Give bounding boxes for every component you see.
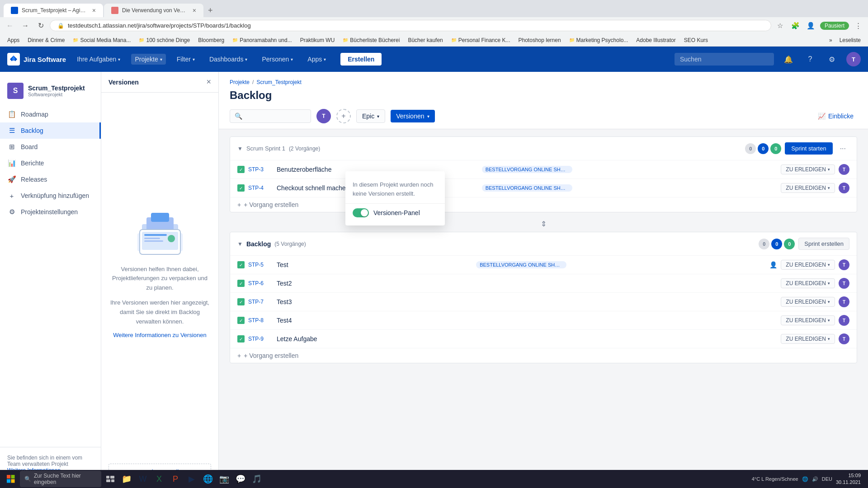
extension-button[interactable]: 🧩 [789, 19, 802, 32]
taskbar-app4[interactable]: 🎵 [250, 472, 264, 486]
taskbar-file-explorer[interactable]: 📁 [119, 472, 134, 486]
help-button[interactable]: ? [803, 52, 817, 66]
bookmark-button[interactable]: ☆ [774, 19, 787, 32]
address-bar[interactable]: 🔒 testdeutsch1.atlassian.net/jira/softwa… [50, 20, 771, 31]
tab-close-1[interactable]: × [92, 7, 96, 14]
user-avatar[interactable]: T [846, 52, 861, 66]
issue-search-input[interactable] [245, 113, 299, 120]
status-button[interactable]: ZU ERLEDIGEN ▾ [781, 315, 835, 325]
taskbar-clock[interactable]: 15:09 30.11.2021 [836, 472, 861, 486]
taskbar-chrome[interactable]: 🌐 [201, 472, 215, 486]
search-input[interactable] [675, 53, 774, 66]
versions-panel-toggle[interactable] [353, 208, 369, 217]
taskbar-app3[interactable]: 💬 [233, 472, 248, 486]
bookmark-dinner[interactable]: Dinner & Crime [24, 36, 68, 44]
sprint-toggle[interactable]: ▼ [237, 145, 243, 152]
bookmark-buecher2[interactable]: Bücher kaufen [404, 36, 446, 44]
bookmark-100[interactable]: 📁 100 schöne Dinge [135, 36, 193, 44]
tab-close-2[interactable]: × [193, 7, 196, 14]
bookmark-bloomberg[interactable]: Bloomberg [194, 36, 228, 44]
taskbar-powerpoint[interactable]: P [168, 472, 183, 486]
status-button[interactable]: ZU ERLEDIGEN ▾ [781, 334, 835, 344]
bookmark-seo[interactable]: SEO Kurs [680, 36, 712, 44]
start-button[interactable] [4, 472, 18, 486]
bookmark-marketing[interactable]: 📁 Marketing Psycholo... [566, 36, 632, 44]
breadcrumb-current[interactable]: Scrum_Testprojekt [256, 79, 301, 85]
new-tab-button[interactable]: + [204, 6, 217, 15]
bookmark-buecher1[interactable]: 📁 Bücherliste Bücherei [339, 36, 403, 44]
sprint-start-button[interactable]: Sprint starten [785, 142, 832, 155]
sidebar-item-berichte[interactable]: 📊 Berichte [0, 155, 101, 171]
issue-key[interactable]: STP-9 [248, 336, 273, 342]
issue-search-box[interactable]: 🔍 [230, 109, 311, 123]
issue-key[interactable]: STP-7 [248, 299, 273, 305]
sidebar-item-projekteinstellungen[interactable]: ⚙ Projekteinstellungen [0, 204, 101, 220]
sidebar-item-board[interactable]: ⊞ Board [0, 139, 101, 155]
einblicke-button[interactable]: 📈 Einblicke [814, 110, 857, 122]
status-button[interactable]: ZU ERLEDIGEN ▾ [781, 183, 835, 193]
bookmark-personal[interactable]: 📁 Personal Finance K... [448, 36, 514, 44]
status-button[interactable]: ZU ERLEDIGEN ▾ [781, 278, 835, 288]
sidebar-item-verknuepfung[interactable]: + Verknüpfung hinzufügen [0, 188, 101, 204]
issue-key[interactable]: STP-8 [248, 317, 273, 324]
status-button[interactable]: ZU ERLEDIGEN ▾ [781, 164, 835, 174]
jira-logo[interactable]: Jira Software [7, 53, 66, 66]
taskbar-app1[interactable]: ▶ [184, 472, 199, 486]
avatar-filter-all[interactable]: + [336, 109, 351, 123]
issue-key[interactable]: STP-6 [248, 280, 273, 286]
nav-apps[interactable]: Apps ▾ [304, 54, 330, 65]
versions-filter-button[interactable]: Versionen ▾ [391, 110, 434, 122]
status-button[interactable]: ZU ERLEDIGEN ▾ [781, 297, 835, 307]
nav-aufgaben[interactable]: Ihre Aufgaben ▾ [73, 54, 124, 65]
taskbar-volume-icon[interactable]: 🔊 [812, 476, 818, 482]
notifications-button[interactable]: 🔔 [781, 52, 796, 66]
taskbar-weather[interactable]: 4°C L Regen/Schnee [752, 476, 798, 482]
sprint-more-button[interactable]: ··· [836, 143, 849, 155]
bookmark-apps[interactable]: Apps [4, 36, 23, 44]
versions-panel-toggle-item[interactable]: Versionen-Panel [345, 204, 445, 222]
reload-button[interactable]: ↻ [34, 19, 47, 32]
taskbar-word[interactable]: W [136, 472, 150, 486]
browser-tab-1[interactable]: Scrum_Testprojekt – Agile-Board... × [4, 4, 103, 17]
pause-button[interactable]: Pausiert [820, 22, 849, 30]
versions-info-link[interactable]: Weitere Informationen zu Versionen [113, 332, 206, 338]
bookmarks-more[interactable]: » [826, 36, 835, 44]
bookmark-illustrator[interactable]: Adobe Illustrator [632, 36, 679, 44]
nav-personen[interactable]: Personen ▾ [258, 54, 297, 65]
bookmark-reading[interactable]: Leseliste [836, 36, 864, 44]
sprint-create-button[interactable]: Sprint erstellen [798, 238, 849, 250]
create-button[interactable]: Erstellen [340, 53, 382, 66]
versions-panel-close-button[interactable]: × [206, 77, 211, 87]
bookmark-photoshop[interactable]: Photoshop lernen [515, 36, 565, 44]
avatar-filter-t[interactable]: T [316, 109, 331, 123]
sidebar-item-roadmap[interactable]: 📋 Roadmap [0, 106, 101, 122]
bookmark-panorama[interactable]: 📁 Panoramabahn und... [229, 36, 295, 44]
browser-tab-2[interactable]: Die Verwendung von Versionen... × [104, 4, 203, 17]
issue-key[interactable]: STP-3 [248, 166, 273, 173]
nav-filter[interactable]: Filter ▾ [173, 54, 198, 65]
section-divider[interactable]: ⇕ [230, 216, 857, 232]
nav-dashboards[interactable]: Dashboards ▾ [206, 54, 251, 65]
backlog-section-toggle[interactable]: ▼ [237, 241, 243, 247]
profile-button[interactable]: 👤 [805, 19, 817, 32]
back-button[interactable]: ← [4, 19, 16, 32]
issue-key[interactable]: STP-4 [248, 185, 273, 191]
menu-button[interactable]: ⋮ [852, 19, 864, 32]
settings-button[interactable]: ⚙ [825, 52, 839, 66]
forward-button[interactable]: → [19, 19, 32, 32]
taskbar-excel[interactable]: X [152, 472, 166, 486]
taskbar-app2[interactable]: 📷 [217, 472, 231, 486]
sidebar-item-backlog[interactable]: ☰ Backlog [0, 122, 101, 139]
bookmark-praktikum[interactable]: Praktikum WU [297, 36, 339, 44]
epic-filter-button[interactable]: Epic ▾ [356, 109, 385, 123]
nav-projekte[interactable]: Projekte ▾ [131, 54, 165, 65]
add-sprint-issue-button[interactable]: + + Vorgang erstellen [230, 197, 857, 212]
status-button[interactable]: ZU ERLEDIGEN ▾ [781, 260, 835, 270]
bookmark-social[interactable]: 📁 Social Media Mana... [69, 36, 134, 44]
sidebar-item-releases[interactable]: 🚀 Releases [0, 171, 101, 188]
taskbar-search[interactable]: 🔍 Zur Suche Text hier eingeben [20, 471, 101, 487]
add-backlog-issue-button[interactable]: + + Vorgang erstellen [230, 348, 857, 363]
breadcrumb-projekte[interactable]: Projekte [230, 79, 250, 85]
issue-key[interactable]: STP-5 [248, 262, 273, 268]
taskbar-task-view[interactable] [103, 472, 118, 486]
